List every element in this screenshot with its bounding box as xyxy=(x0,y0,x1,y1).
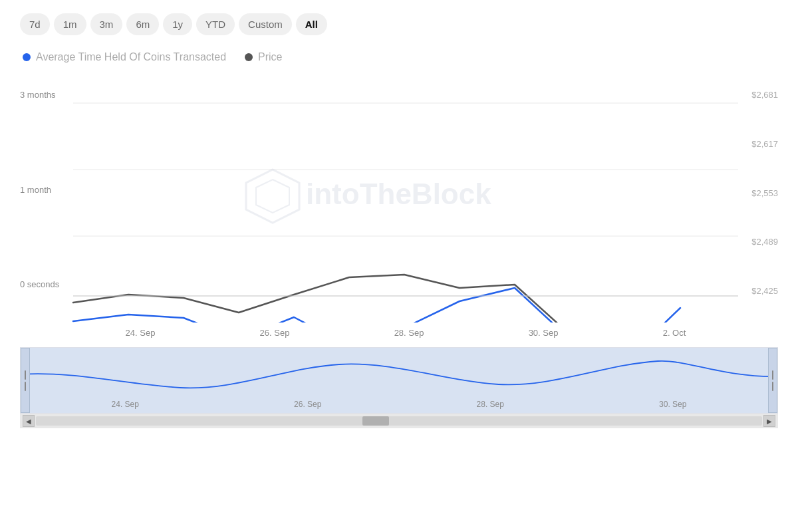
scroll-arrow-right[interactable]: ▶ xyxy=(763,415,775,427)
x-axis: 24. Sep 26. Sep 28. Sep 30. Sep 2. Oct xyxy=(20,323,778,338)
chart-legend: Average Time Held Of Coins Transacted Pr… xyxy=(20,51,778,63)
svg-marker-5 xyxy=(256,180,289,213)
nav-x-label-26sep: 26. Sep xyxy=(294,400,321,409)
chart-svg: intoTheBlock xyxy=(20,83,778,323)
x-label-2oct: 2. Oct xyxy=(663,328,686,338)
nav-x-label-30sep: 30. Sep xyxy=(659,400,686,409)
btn-6m[interactable]: 6m xyxy=(126,13,159,35)
y-axis-right: $2,681 $2,617 $2,553 $2,489 $2,425 xyxy=(751,90,778,303)
handle-line xyxy=(772,370,773,380)
y-price-2425: $2,425 xyxy=(751,286,778,296)
navigator-x-labels: 24. Sep 26. Sep 28. Sep 30. Sep xyxy=(21,400,777,409)
y-label-0seconds: 0 seconds xyxy=(20,279,59,289)
main-chart: 3 months 1 month 0 seconds intoTheBlock xyxy=(20,83,778,323)
handle-line xyxy=(772,382,773,391)
btn-1m[interactable]: 1m xyxy=(54,13,86,35)
btn-custom[interactable]: Custom xyxy=(239,13,292,35)
btn-7d[interactable]: 7d xyxy=(20,13,50,35)
svg-text:intoTheBlock: intoTheBlock xyxy=(306,178,491,210)
svg-marker-4 xyxy=(246,170,299,223)
time-range-selector: 7d 1m 3m 6m 1y YTD Custom All xyxy=(20,13,778,35)
legend-dot-dark xyxy=(245,53,253,61)
navigator-svg xyxy=(21,351,777,398)
legend-dot-blue xyxy=(23,53,31,61)
btn-3m[interactable]: 3m xyxy=(90,13,123,35)
y-label-1month: 1 month xyxy=(20,185,59,195)
price-line xyxy=(73,275,680,323)
scroll-arrow-left[interactable]: ◀ xyxy=(23,415,35,427)
legend-item-avg-time: Average Time Held Of Coins Transacted xyxy=(23,51,226,63)
y-price-2617: $2,617 xyxy=(751,139,778,149)
x-label-24sep: 24. Sep xyxy=(126,328,156,338)
nav-x-label-24sep: 24. Sep xyxy=(112,400,139,409)
y-axis-left: 3 months 1 month 0 seconds xyxy=(20,83,59,309)
y-price-2489: $2,489 xyxy=(751,237,778,247)
x-label-26sep: 26. Sep xyxy=(260,328,290,338)
y-price-2681: $2,681 xyxy=(751,90,778,100)
legend-label-avg-time: Average Time Held Of Coins Transacted xyxy=(36,51,226,63)
navigator-handle-right[interactable] xyxy=(768,348,777,413)
navigator[interactable]: 24. Sep 26. Sep 28. Sep 30. Sep xyxy=(20,347,778,414)
avg-time-line xyxy=(73,288,680,323)
x-label-30sep: 30. Sep xyxy=(529,328,559,338)
btn-ytd[interactable]: YTD xyxy=(196,13,235,35)
scrollbar[interactable]: ◀ ▶ xyxy=(20,414,778,428)
scroll-track[interactable] xyxy=(36,416,762,426)
legend-label-price: Price xyxy=(258,51,282,63)
right-handle-lines xyxy=(772,370,773,391)
btn-all[interactable]: All xyxy=(296,13,327,35)
handle-line xyxy=(25,370,26,380)
x-label-28sep: 28. Sep xyxy=(394,328,424,338)
left-handle-lines xyxy=(25,370,26,391)
nav-x-label-28sep: 28. Sep xyxy=(477,400,504,409)
y-label-3months: 3 months xyxy=(20,90,59,100)
y-price-2553: $2,553 xyxy=(751,188,778,198)
btn-1y[interactable]: 1y xyxy=(163,13,192,35)
navigator-container: 24. Sep 26. Sep 28. Sep 30. Sep ◀ ▶ xyxy=(20,347,778,428)
scroll-thumb[interactable] xyxy=(362,416,389,426)
navigator-handle-left[interactable] xyxy=(21,348,30,413)
legend-item-price: Price xyxy=(245,51,282,63)
handle-line xyxy=(25,382,26,391)
